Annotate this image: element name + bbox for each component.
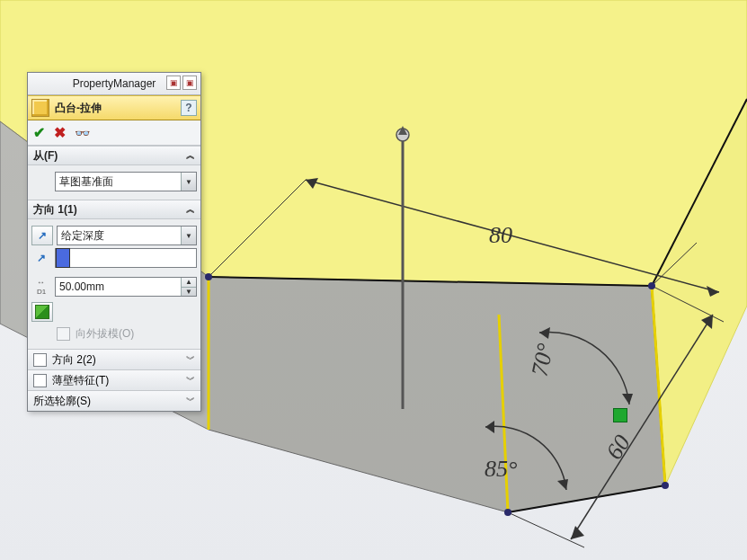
vertex-dot xyxy=(504,509,511,516)
section-header-from[interactable]: 从(F) ︽ xyxy=(28,146,200,165)
direction-reference-field[interactable] xyxy=(55,248,197,268)
selection-swatch xyxy=(56,248,70,268)
collapse-icon: ︽ xyxy=(186,149,195,162)
expand-icon: ︾ xyxy=(186,395,195,407)
reverse-direction-icon: ↗ xyxy=(38,229,47,242)
section-body-dir1: ↗ 给定深度 ▼ ↗ ↔D1 50.00mm ▲▼ xyxy=(28,219,200,349)
vertex-dot xyxy=(662,482,669,489)
section-body-from: 草图基准面 ▼ xyxy=(28,165,200,200)
dir2-checkbox[interactable] xyxy=(33,353,47,367)
help-button[interactable]: ? xyxy=(181,100,197,116)
svg-text:85°: 85° xyxy=(485,456,517,482)
d1-icon: ↔D1 xyxy=(37,278,46,296)
section-dir1-label: 方向 1(1) xyxy=(33,202,77,218)
panel-title-bar: PropertyManager ▣ ▣ xyxy=(28,73,200,95)
end-condition-combo[interactable]: 给定深度 ▼ xyxy=(57,226,197,245)
depth-value: 50.00mm xyxy=(59,280,104,293)
dropdown-caret-icon: ▼ xyxy=(181,173,196,191)
svg-text:80: 80 xyxy=(489,222,512,248)
section-header-contours[interactable]: 所选轮廓(S) ︾ xyxy=(28,390,200,411)
arrow-icon: ↗ xyxy=(37,252,46,264)
section-contours-label: 所选轮廓(S) xyxy=(33,394,91,409)
section-thin-label: 薄壁特征(T) xyxy=(52,373,109,388)
draft-icon xyxy=(35,305,49,319)
section-header-dir2[interactable]: 方向 2(2) ︾ xyxy=(28,349,200,369)
direction-vector-icon[interactable]: ↗ xyxy=(31,249,51,267)
cancel-button[interactable]: ✖ xyxy=(54,124,66,141)
model-front-face xyxy=(209,277,665,512)
svg-line-8 xyxy=(508,512,584,547)
spinner-buttons[interactable]: ▲▼ xyxy=(181,278,196,296)
expand-icon: ︾ xyxy=(186,374,195,387)
collapse-icon: ︽ xyxy=(186,203,195,216)
section-header-thin[interactable]: 薄壁特征(T) ︾ xyxy=(28,369,200,390)
section-header-dir1[interactable]: 方向 1(1) ︽ xyxy=(28,200,200,219)
from-combo-value: 草图基准面 xyxy=(59,174,113,190)
panel-pin-buttons: ▣ ▣ xyxy=(166,76,197,90)
thin-checkbox[interactable] xyxy=(33,374,47,387)
section-dir2-label: 方向 2(2) xyxy=(52,352,96,368)
feature-title-bar: 凸台-拉伸 ? xyxy=(28,95,200,120)
relation-marker-coincident[interactable] xyxy=(613,408,627,422)
panel-next-icon[interactable]: ▣ xyxy=(182,76,197,90)
depth-input[interactable]: 50.00mm ▲▼ xyxy=(55,277,197,297)
depth-icon: ↔D1 xyxy=(31,278,51,296)
panel-title: PropertyManager xyxy=(73,77,156,90)
reverse-direction-button[interactable]: ↗ xyxy=(31,226,53,245)
draft-outward-row: 向外拔模(O) xyxy=(31,324,197,343)
vertex-dot xyxy=(205,273,212,280)
boss-extrude-icon xyxy=(31,99,49,117)
end-condition-value: 给定深度 xyxy=(61,228,104,244)
draft-outward-checkbox xyxy=(57,327,70,341)
from-combo[interactable]: 草图基准面 ▼ xyxy=(55,172,197,191)
detailed-preview-button[interactable]: 👓 xyxy=(75,126,90,140)
action-row: ✔ ✖ 👓 xyxy=(28,120,200,146)
section-from-label: 从(F) xyxy=(33,148,58,164)
feature-name: 凸台-拉伸 xyxy=(55,101,175,116)
dropdown-caret-icon: ▼ xyxy=(181,227,196,244)
draft-outward-label: 向外拔模(O) xyxy=(76,326,134,342)
ok-button[interactable]: ✔ xyxy=(33,124,45,141)
property-manager-panel: PropertyManager ▣ ▣ 凸台-拉伸 ? ✔ ✖ 👓 从(F) ︽… xyxy=(27,72,201,412)
draft-button[interactable] xyxy=(31,302,53,322)
vertex-dot xyxy=(648,282,655,289)
expand-icon: ︾ xyxy=(186,353,195,366)
panel-prev-icon[interactable]: ▣ xyxy=(166,76,181,90)
